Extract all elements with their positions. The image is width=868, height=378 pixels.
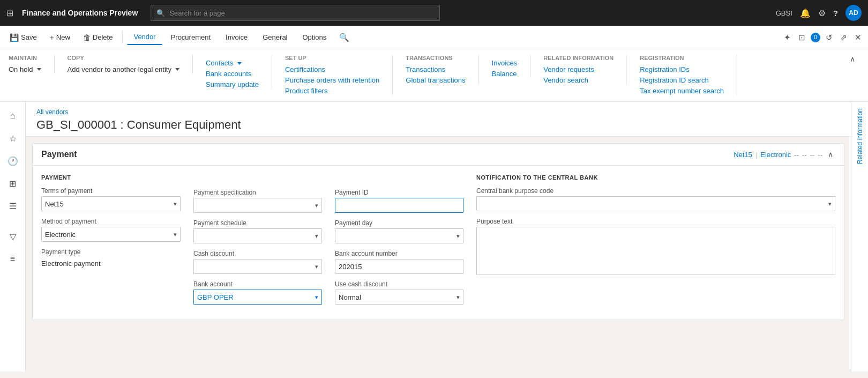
use-cash-discount-chevron: ▾: [457, 294, 460, 301]
tab-general[interactable]: General: [256, 30, 294, 45]
ribbon-group-setup: Set up Certifications Purchase orders wi…: [285, 55, 393, 95]
org-label: GBSI: [776, 9, 792, 17]
payment-schedule-chevron: ▾: [315, 233, 318, 240]
payment-form: PAYMENT Terms of payment Net15 ▾ Method …: [33, 166, 844, 320]
use-cash-discount-label: Use cash discount: [335, 280, 463, 288]
gear-icon[interactable]: ⚙: [818, 8, 826, 18]
bank-account-select[interactable]: GBP OPER ▾: [193, 290, 322, 305]
cash-discount-label: Cash discount: [193, 250, 322, 257]
sidebar-star-icon[interactable]: ☆: [3, 129, 23, 148]
right-panel-label[interactable]: Related information: [856, 102, 864, 171]
vendor-search-button[interactable]: Vendor search: [543, 76, 613, 84]
contacts-button[interactable]: Contacts: [206, 59, 259, 67]
delete-button[interactable]: 🗑 Delete: [78, 30, 118, 45]
tab-procurement[interactable]: Procurement: [164, 30, 217, 45]
ribbon-group-registration: Registration Registration IDs Registrati…: [640, 55, 737, 95]
payment-day-select[interactable]: ▾: [335, 228, 463, 243]
ribbon-group-contacts: Contacts Bank accounts Summary update: [206, 55, 272, 88]
purpose-text-input[interactable]: [476, 227, 835, 275]
on-hold-button[interactable]: On hold: [9, 65, 41, 73]
ribbon-group-invoices: Invoices Balance: [492, 55, 531, 78]
terms-of-payment-label: Terms of payment: [41, 187, 181, 195]
certifications-button[interactable]: Certifications: [285, 65, 379, 73]
payment-type-value: Electronic payment: [41, 257, 181, 270]
ribbon-open-icon[interactable]: ⇗: [838, 31, 849, 45]
save-button[interactable]: 💾 Save: [4, 30, 42, 45]
user-avatar[interactable]: AD: [845, 5, 862, 21]
ribbon-collapse-icon[interactable]: ∧: [850, 55, 855, 63]
ribbon-badge: 0: [811, 33, 820, 42]
payment-id-label: Payment ID: [335, 189, 463, 196]
payment-schedule-select[interactable]: ▾: [193, 228, 322, 243]
ribbon-layout-icon[interactable]: ⊡: [796, 31, 807, 45]
grid-icon[interactable]: ⊞: [6, 8, 13, 18]
registration-ids-button[interactable]: Registration IDs: [640, 65, 724, 73]
payment-header: Payment Net15 | Electronic -- -- -- -- ∧: [33, 144, 844, 166]
product-filters-button[interactable]: Product filters: [285, 87, 379, 95]
payment-tag-net15[interactable]: Net15: [734, 151, 752, 159]
add-vendor-chevron: [175, 68, 179, 71]
summary-update-button[interactable]: Summary update: [206, 80, 259, 88]
cash-discount-select[interactable]: ▾: [193, 259, 322, 274]
page-title: GB_SI_000001 : Consumer Equipment: [36, 118, 840, 132]
add-vendor-button[interactable]: Add vendor to another legal entity: [68, 65, 179, 73]
payment-collapse-button[interactable]: ∧: [826, 149, 835, 160]
purchase-orders-button[interactable]: Purchase orders with retention: [285, 76, 379, 84]
left-sidebar: ⌂ ☆ 🕐 ⊞ ☰ ▽ ≡: [0, 102, 26, 372]
bank-account-number-label: Bank account number: [335, 250, 463, 257]
terms-of-payment-select[interactable]: Net15 ▾: [41, 196, 181, 211]
bank-account-number-input[interactable]: [335, 259, 463, 274]
vendor-requests-button[interactable]: Vendor requests: [543, 65, 613, 73]
search-icon: 🔍: [156, 9, 165, 17]
ribbon-collapse-area: ∧: [845, 55, 859, 63]
sidebar-filter-icon[interactable]: ▽: [3, 227, 23, 246]
tab-invoice[interactable]: Invoice: [219, 30, 254, 45]
sidebar-home-icon[interactable]: ⌂: [3, 106, 23, 125]
use-cash-discount-select[interactable]: Normal ▾: [335, 290, 463, 305]
bank-account-chevron: ▾: [315, 294, 318, 301]
payment-id-input[interactable]: [335, 198, 463, 213]
sidebar-clock-icon[interactable]: 🕐: [3, 151, 23, 171]
search-input[interactable]: [169, 9, 434, 17]
purpose-text-label: Purpose text: [476, 218, 835, 225]
payment-tag-electronic[interactable]: Electronic: [760, 151, 791, 159]
method-chevron: ▾: [174, 231, 177, 238]
bank-accounts-button[interactable]: Bank accounts: [206, 70, 259, 78]
help-icon[interactable]: ?: [833, 9, 838, 18]
payment-section: Payment Net15 | Electronic -- -- -- -- ∧: [32, 143, 844, 320]
global-transactions-button[interactable]: Global transactions: [406, 76, 465, 84]
payment-spec-select[interactable]: ▾: [193, 198, 322, 213]
ribbon-search-icon[interactable]: 🔍: [337, 31, 351, 45]
new-button[interactable]: + New: [44, 30, 76, 45]
search-bar[interactable]: 🔍: [151, 5, 440, 21]
ribbon-star-icon[interactable]: ✦: [782, 31, 793, 45]
ribbon-group-copy: Copy Add vendor to another legal entity: [68, 55, 193, 73]
tab-vendor[interactable]: Vendor: [127, 29, 162, 45]
terms-chevron: ▾: [174, 201, 177, 207]
tab-options[interactable]: Options: [296, 30, 333, 45]
central-bank-select[interactable]: ▾: [476, 196, 835, 211]
new-icon: +: [50, 33, 54, 42]
sidebar-list-icon[interactable]: ☰: [3, 196, 23, 216]
payment-section-title: Payment: [41, 150, 77, 159]
breadcrumb[interactable]: All vendors: [36, 108, 840, 116]
registration-id-search-button[interactable]: Registration ID search: [640, 76, 724, 84]
content-area: All vendors GB_SI_000001 : Consumer Equi…: [26, 102, 851, 372]
save-icon: 💾: [10, 33, 19, 42]
central-bank-label: Central bank purpose code: [476, 187, 835, 195]
payment-day-chevron: ▾: [457, 233, 460, 240]
ribbon-close-icon[interactable]: ✕: [852, 31, 864, 45]
invoices-button[interactable]: Invoices: [492, 59, 518, 67]
tax-exempt-button[interactable]: Tax exempt number search: [640, 87, 724, 95]
payment-schedule-label: Payment schedule: [193, 219, 322, 227]
transactions-button[interactable]: Transactions: [406, 65, 465, 73]
app-title: Finance and Operations Preview: [22, 9, 138, 17]
sidebar-menu-icon[interactable]: ≡: [3, 249, 23, 269]
balance-button[interactable]: Balance: [492, 70, 518, 78]
bank-account-label: Bank account: [193, 280, 322, 288]
bell-icon[interactable]: 🔔: [800, 8, 811, 18]
sidebar-dashboard-icon[interactable]: ⊞: [3, 174, 23, 193]
payment-day-label: Payment day: [335, 219, 463, 227]
ribbon-refresh-icon[interactable]: ↺: [824, 31, 835, 45]
method-of-payment-select[interactable]: Electronic ▾: [41, 227, 181, 242]
